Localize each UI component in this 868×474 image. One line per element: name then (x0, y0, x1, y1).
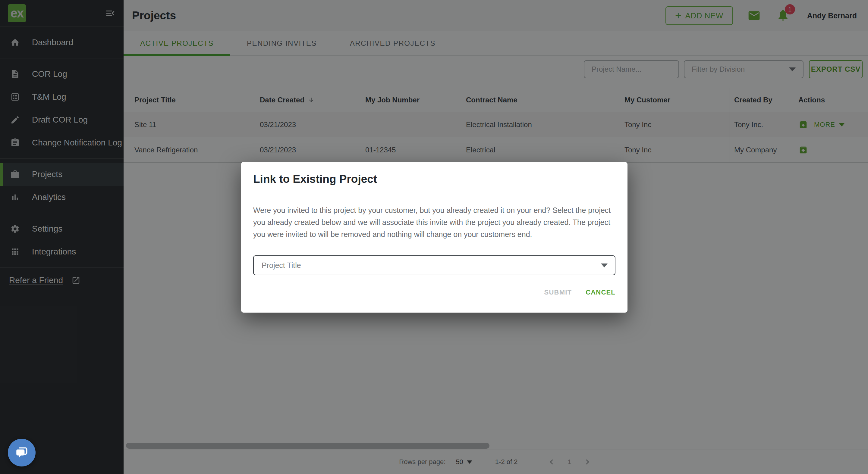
dialog-actions: SUBMIT CANCEL (253, 289, 615, 296)
chat-widget-button[interactable] (8, 439, 36, 467)
project-title-select-placeholder: Project Title (261, 261, 301, 270)
project-title-select[interactable]: Project Title (253, 256, 615, 275)
dialog-body-text: Were you invited to this project by your… (253, 204, 615, 240)
submit-button[interactable]: SUBMIT (544, 289, 572, 296)
chat-bubbles-icon (14, 445, 29, 460)
link-to-existing-project-dialog: Link to Existing Project Were you invite… (241, 162, 627, 313)
dialog-title: Link to Existing Project (253, 173, 615, 185)
cancel-button[interactable]: CANCEL (586, 289, 615, 296)
chevron-down-icon (601, 264, 608, 267)
app-root: ex Dashboard COR Log T&M Log (0, 0, 868, 474)
